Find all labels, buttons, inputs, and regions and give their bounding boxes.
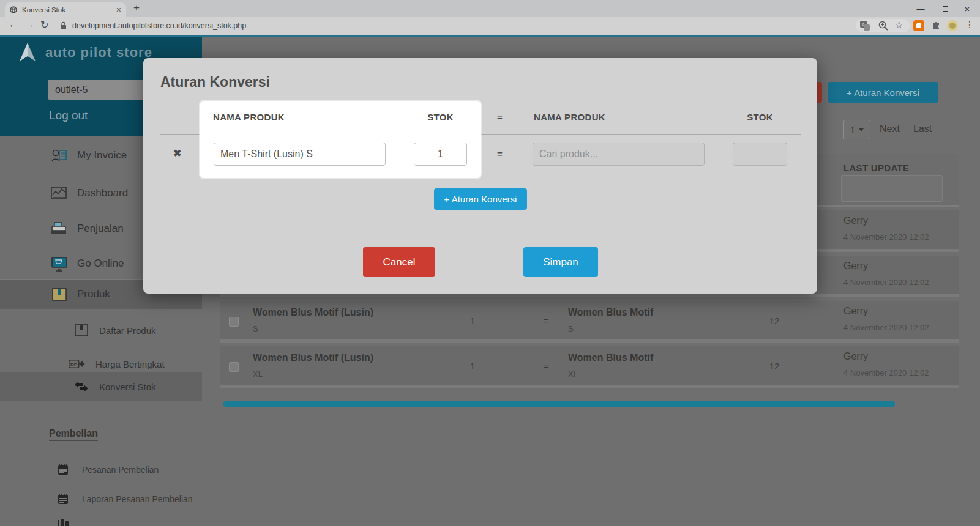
product-box-icon (50, 287, 69, 302)
sidebar-item-label: Harga Bertingkat (95, 359, 165, 369)
updated-by: Gerry (843, 215, 868, 226)
maximize-icon (943, 6, 948, 12)
globe-favicon-icon (10, 6, 17, 13)
qty-from: 1 (454, 361, 491, 371)
refresh-button[interactable]: ↻ (40, 19, 48, 31)
variant-to: S (568, 324, 574, 333)
equals-sign: = (497, 149, 503, 159)
sidebar-item-label: Konversi Stok (99, 382, 156, 392)
chevron-down-icon (859, 128, 864, 132)
sidebar-item-label: My Invoice (77, 149, 127, 161)
logout-link[interactable]: Log out (49, 109, 88, 122)
updated-by: Gerry (843, 351, 868, 362)
variant-from: S (253, 324, 258, 333)
sidebar-item-pesanan-pembelian[interactable]: Pesanan Pembelian (0, 456, 202, 483)
save-button[interactable]: Simpan (523, 247, 598, 277)
stock-bars-icon (54, 519, 72, 526)
new-tab-button[interactable]: + (133, 2, 140, 14)
browser-menu-icon[interactable]: ⋮ (965, 20, 976, 31)
updated-at: 4 November 2020 12:02 (843, 323, 929, 332)
equals-sign: = (544, 361, 549, 371)
product-from: Women Blus Motif (Lusin) (253, 307, 373, 318)
sidebar-item-partial[interactable] (0, 509, 202, 526)
horizontal-scrollbar[interactable] (223, 401, 895, 407)
updated-at: 4 November 2020 12:02 (843, 278, 929, 287)
sidebar-item-label: Penjualan (77, 223, 124, 235)
invoice-icon (50, 148, 69, 163)
sidebar-item-daftar-produk[interactable]: Daftar Produk (0, 317, 202, 344)
updated-by: Gerry (843, 306, 868, 317)
pagination-next[interactable]: Next (880, 124, 900, 135)
go-online-icon (50, 256, 69, 272)
svg-text:RP: RP (70, 362, 78, 368)
window-minimize-button[interactable]: — (908, 0, 933, 17)
tab-close-icon[interactable]: × (116, 5, 121, 15)
equals-sign: = (544, 316, 549, 326)
page-content: auto pilot store outlet-5 Log out My Inv… (0, 37, 980, 526)
bookmark-star-icon[interactable]: ☆ (895, 20, 906, 31)
col-last-update: LAST UPDATE (843, 163, 909, 173)
report-icon (54, 493, 72, 505)
product-from-input[interactable] (214, 143, 386, 166)
updated-at: 4 November 2020 12:02 (843, 368, 929, 377)
orange-extension-icon[interactable] (913, 20, 924, 31)
conversion-rule-modal: Aturan Konversi NAMA PRODUK STOK = NAMA … (143, 58, 817, 294)
lock-icon (60, 21, 67, 30)
product-search-input[interactable] (533, 143, 705, 166)
last-update-filter-input[interactable] (841, 175, 943, 202)
sidebar-item-laporan-pesanan-pembelian[interactable]: Laporan Pesanan Pembelian (0, 486, 202, 513)
purchases-section-heading: Pembelian (49, 428, 98, 441)
address-bar[interactable]: development.autopilotstore.co.id/konvers… (72, 21, 246, 30)
row-checkbox[interactable] (229, 317, 239, 327)
modal-title: Aturan Konversi (160, 74, 270, 91)
dashboard-icon (50, 186, 69, 201)
browser-tab[interactable]: Konversi Stok × (5, 2, 126, 17)
tab-strip: Konversi Stok × + — × (0, 0, 980, 17)
row-checkbox[interactable] (229, 362, 239, 372)
cancel-button[interactable]: Cancel (363, 247, 435, 277)
product-to: Women Blus Motif (568, 352, 653, 363)
qty-to: 12 (756, 316, 793, 326)
sales-icon (50, 221, 69, 236)
tab-title: Konversi Stok (22, 6, 116, 13)
stock-from-input[interactable] (414, 143, 467, 166)
modal-col-stock-to: STOK (733, 112, 787, 122)
remove-row-icon[interactable]: ✖ (173, 147, 181, 159)
convert-arrows-icon (72, 380, 91, 393)
sidebar-item-konversi-stok[interactable]: Konversi Stok (0, 372, 202, 401)
logo-triangle-icon (17, 42, 38, 64)
product-from: Women Blus Motif (Lusin) (253, 352, 373, 363)
browser-window: Konversi Stok × + — × ← → ↻ development.… (0, 0, 980, 526)
zoom-icon[interactable] (878, 20, 889, 31)
table-row: Women Blus Motif (Lusin) XL 1 = Women Bl… (220, 346, 959, 388)
modal-col-equals: = (497, 112, 503, 122)
forward-button[interactable]: → (24, 19, 34, 30)
updated-by: Gerry (843, 261, 868, 272)
price-tag-icon: RP (69, 358, 87, 370)
outlet-select[interactable]: outlet-5 (48, 80, 146, 100)
product-list-icon (72, 324, 91, 337)
sidebar-item-label: Laporan Pesanan Pembelian (82, 494, 193, 504)
page-select[interactable]: 1 (843, 120, 870, 139)
back-button[interactable]: ← (9, 19, 18, 30)
table-row: Women Blus Motif (Lusin) S 1 = Women Blu… (220, 301, 959, 343)
translate-icon[interactable]: A (859, 20, 870, 31)
window-close-button[interactable]: × (955, 0, 979, 17)
window-maximize-button[interactable] (933, 0, 957, 17)
variant-from: XL (253, 369, 263, 379)
product-to: Women Blus Motif (568, 307, 653, 318)
profile-avatar[interactable] (947, 20, 958, 31)
stock-to-input[interactable] (733, 143, 787, 166)
page-select-value: 1 (850, 125, 855, 135)
extensions-puzzle-icon[interactable] (931, 20, 942, 31)
sidebar-item-label: Daftar Produk (99, 325, 156, 336)
order-icon (54, 464, 72, 476)
pagination-last[interactable]: Last (913, 124, 932, 135)
sidebar-item-label: Produk (77, 288, 110, 300)
qty-to: 12 (756, 361, 793, 371)
browser-toolbar: ← → ↻ development.autopilotstore.co.id/k… (0, 17, 980, 35)
modal-add-rule-button[interactable]: + Aturan Konversi (434, 188, 527, 210)
modal-col-stock-from: STOK (414, 112, 467, 122)
sidebar-item-label: Dashboard (77, 187, 128, 199)
add-conversion-rule-button[interactable]: + Aturan Konversi (828, 82, 938, 103)
